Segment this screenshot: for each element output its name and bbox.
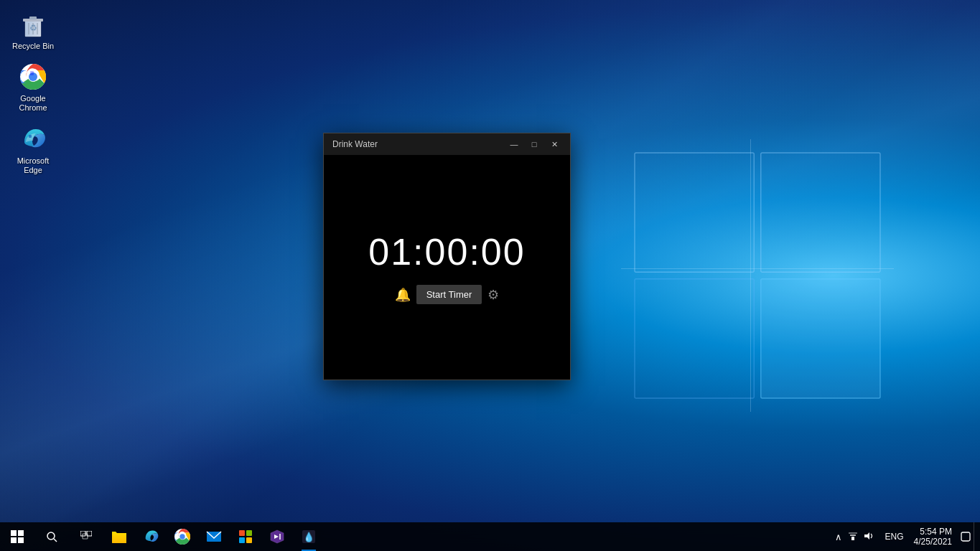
clock-time: 5:54 PM (920, 527, 952, 537)
window-titlebar: Drink Water — □ ✕ (324, 133, 570, 155)
svg-rect-45 (961, 532, 970, 541)
svg-rect-1 (761, 153, 880, 272)
chrome-image (19, 62, 47, 91)
svg-rect-36 (239, 537, 245, 543)
show-desktop-button[interactable] (974, 522, 977, 551)
clock-area[interactable]: 5:54 PM 4/25/2021 (908, 522, 958, 551)
taskbar-file-explorer[interactable] (103, 522, 135, 551)
svg-rect-29 (112, 533, 126, 543)
network-icon[interactable] (846, 529, 859, 545)
taskbar: 💧 ∧ (0, 522, 980, 551)
edge-label: Microsoft Edge (10, 156, 56, 175)
settings-icon[interactable]: ⚙ (487, 287, 499, 303)
edge-image (19, 125, 47, 154)
svg-point-23 (47, 532, 55, 540)
minimize-button[interactable]: — (504, 134, 524, 154)
svg-marker-44 (864, 532, 869, 540)
svg-rect-41 (851, 537, 854, 540)
svg-rect-0 (635, 153, 754, 272)
task-view-button[interactable] (69, 522, 103, 551)
bell-icon[interactable]: 🔔 (395, 287, 411, 303)
taskbar-chrome[interactable] (167, 522, 198, 551)
svg-rect-21 (11, 537, 17, 543)
recycle-bin-icon[interactable]: ♻ Recycle Bin (7, 7, 59, 54)
taskbar-store[interactable] (230, 522, 261, 551)
svg-rect-18 (29, 135, 32, 138)
recycle-bin-image: ♻ (19, 10, 47, 39)
svg-rect-42 (850, 534, 856, 536)
svg-rect-2 (635, 279, 754, 398)
svg-rect-34 (239, 530, 245, 536)
search-button[interactable] (34, 522, 69, 551)
language-indicator[interactable]: ENG (881, 532, 908, 542)
timer-display: 01:00:00 (368, 230, 525, 273)
svg-rect-3 (761, 279, 880, 398)
window-title: Drink Water (332, 139, 378, 149)
window-content: 01:00:00 🔔 Start Timer ⚙ (324, 155, 570, 380)
svg-text:💧: 💧 (303, 531, 315, 543)
close-button[interactable]: ✕ (544, 134, 564, 154)
recycle-bin-label: Recycle Bin (12, 42, 54, 51)
svg-rect-9 (29, 17, 37, 19)
chrome-icon[interactable]: Google Chrome (7, 60, 59, 116)
start-button[interactable] (0, 522, 34, 551)
svg-rect-43 (849, 532, 857, 534)
taskbar-right: ∧ ENG (828, 522, 980, 551)
drink-water-window: Drink Water — □ ✕ 01:00:00 🔔 Start Timer… (323, 133, 571, 380)
clock-date: 4/25/2021 (914, 537, 952, 547)
taskbar-edge[interactable] (135, 522, 167, 551)
taskbar-left: 💧 (0, 522, 325, 551)
svg-line-24 (54, 539, 57, 542)
edge-icon[interactable]: Microsoft Edge (7, 122, 59, 178)
maximize-button[interactable]: □ (524, 134, 544, 154)
window-controls: — □ ✕ (504, 134, 564, 154)
windows-logo (621, 139, 894, 412)
notification-center-button[interactable] (958, 522, 974, 551)
svg-text:♻: ♻ (29, 23, 37, 33)
volume-icon[interactable] (862, 529, 875, 545)
tray-expand-icon[interactable]: ∧ (834, 530, 844, 544)
svg-rect-17 (30, 71, 34, 75)
start-timer-button[interactable]: Start Timer (416, 285, 482, 304)
chrome-label: Google Chrome (10, 94, 56, 113)
timer-controls: 🔔 Start Timer ⚙ (395, 285, 500, 304)
taskbar-drink-water[interactable]: 💧 (293, 522, 325, 551)
svg-rect-22 (18, 537, 24, 543)
svg-rect-35 (246, 530, 252, 536)
svg-rect-20 (18, 530, 24, 536)
svg-rect-37 (246, 537, 252, 543)
svg-rect-19 (11, 530, 17, 536)
svg-point-32 (179, 534, 185, 539)
desktop-icons-area: ♻ Recycle Bin (0, 0, 66, 191)
taskbar-visual-studio[interactable] (261, 522, 293, 551)
taskbar-mail[interactable] (198, 522, 230, 551)
system-tray: ∧ (828, 522, 881, 551)
desktop: ♻ Recycle Bin (0, 0, 980, 551)
